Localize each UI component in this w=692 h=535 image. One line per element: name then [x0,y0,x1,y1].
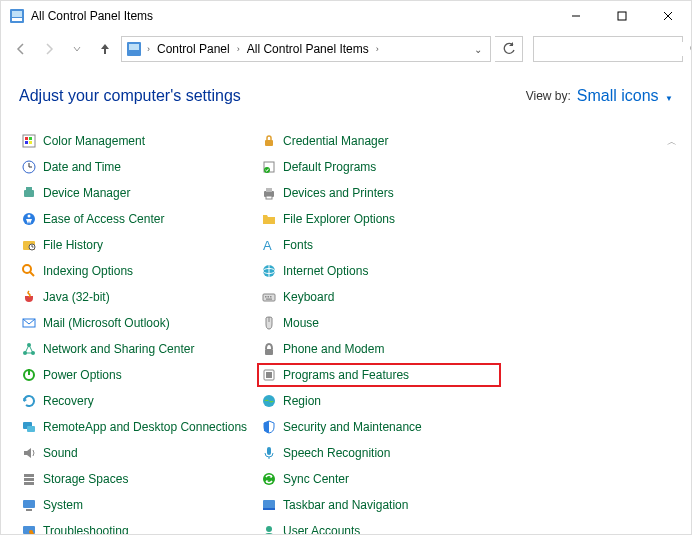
forward-button[interactable] [37,37,61,61]
chevron-right-icon[interactable]: › [144,44,153,54]
control-panel-item[interactable]: AFonts [259,235,499,255]
control-panel-item[interactable]: RemoteApp and Desktop Connections [19,417,259,437]
item-label: Mouse [283,316,319,330]
item-label: Internet Options [283,264,368,278]
control-panel-item[interactable]: Internet Options [259,261,499,281]
control-panel-item[interactable]: Ease of Access Center [19,209,259,229]
item-label: Mail (Microsoft Outlook) [43,316,170,330]
control-panel-item[interactable]: Power Options [19,365,259,385]
view-by-value: Small icons [577,87,659,104]
network-and-sharing-center-icon [21,341,37,357]
item-label: User Accounts [283,524,360,534]
control-panel-item[interactable]: Sync Center [259,469,499,489]
close-button[interactable] [645,1,691,31]
item-label: Default Programs [283,160,376,174]
ease-of-access-center-icon [21,211,37,227]
phone-and-modem-icon [261,341,277,357]
item-label: Date and Time [43,160,121,174]
sound-icon [21,445,37,461]
item-label: Recovery [43,394,94,408]
item-label: File Explorer Options [283,212,395,226]
item-label: Java (32-bit) [43,290,110,304]
control-panel-item[interactable]: Date and Time [19,157,259,177]
security-and-maintenance-icon [261,419,277,435]
address-dropdown-icon[interactable]: ⌄ [470,44,486,55]
item-label: Network and Sharing Center [43,342,194,356]
control-panel-item[interactable]: Mail (Microsoft Outlook) [19,313,259,333]
control-panel-item[interactable]: System [19,495,259,515]
control-panel-item[interactable]: Indexing Options [19,261,259,281]
control-panel-item[interactable]: Device Manager [19,183,259,203]
chevron-down-icon: ▼ [665,94,673,103]
mouse-icon [261,315,277,331]
system-icon [21,497,37,513]
svg-rect-2 [12,18,22,21]
minimize-button[interactable] [553,1,599,31]
svg-rect-39 [26,509,32,511]
control-panel-item[interactable]: Speech Recognition [259,443,499,463]
control-panel-item[interactable]: Default Programs [259,157,499,177]
back-button[interactable] [9,37,33,61]
region-icon [261,393,277,409]
control-panel-item[interactable]: Credential Manager [259,131,499,151]
svg-text:A: A [263,238,272,253]
troubleshooting-icon [21,523,37,534]
devices-and-printers-icon [261,185,277,201]
search-input[interactable] [540,42,690,56]
control-panel-item[interactable]: Programs and Features [259,365,499,385]
chevron-right-icon[interactable]: › [234,44,243,54]
control-panel-item[interactable]: Security and Maintenance [259,417,499,437]
mail-microsoft-outlook--icon [21,315,37,331]
recovery-icon [21,393,37,409]
control-panel-item[interactable]: File Explorer Options [259,209,499,229]
control-panel-item[interactable]: Color Management [19,131,259,151]
device-manager-icon [21,185,37,201]
svg-rect-4 [618,12,626,20]
control-panel-item[interactable]: Troubleshooting [19,521,259,534]
svg-rect-20 [26,187,32,190]
control-panel-item[interactable]: Network and Sharing Center [19,339,259,359]
control-panel-item[interactable]: Mouse [259,313,499,333]
svg-rect-13 [29,137,32,140]
svg-rect-54 [268,296,270,298]
window-controls [553,1,691,31]
control-panel-item[interactable]: Recovery [19,391,259,411]
item-label: Storage Spaces [43,472,128,486]
user-accounts-icon [261,523,277,534]
search-box[interactable] [533,36,683,62]
item-label: Fonts [283,238,313,252]
page-title: Adjust your computer's settings [19,87,526,105]
view-by-dropdown[interactable]: Small icons ▼ [577,87,673,105]
svg-rect-60 [266,372,272,378]
item-label: RemoteApp and Desktop Connections [43,420,247,434]
control-panel-item[interactable]: Storage Spaces [19,469,259,489]
recent-locations-button[interactable] [65,37,89,61]
breadcrumb-control-panel[interactable]: Control Panel [153,42,234,56]
svg-rect-36 [24,478,34,481]
storage-spaces-icon [21,471,37,487]
item-label: Sync Center [283,472,349,486]
control-panel-item[interactable]: Region [259,391,499,411]
control-panel-item[interactable]: Phone and Modem [259,339,499,359]
chevron-right-icon[interactable]: › [373,44,382,54]
control-panel-item[interactable]: Java (32-bit) [19,287,259,307]
item-label: System [43,498,83,512]
item-label: Indexing Options [43,264,133,278]
item-label: Troubleshooting [43,524,129,534]
breadcrumb-all-items[interactable]: All Control Panel Items [243,42,373,56]
maximize-button[interactable] [599,1,645,31]
item-label: Speech Recognition [283,446,390,460]
item-label: Device Manager [43,186,130,200]
control-panel-item[interactable]: Keyboard [259,287,499,307]
control-panel-item[interactable]: Taskbar and Navigation [259,495,499,515]
item-label: Programs and Features [283,368,409,382]
item-label: Ease of Access Center [43,212,164,226]
up-button[interactable] [93,37,117,61]
control-panel-item[interactable]: Devices and Printers [259,183,499,203]
control-panel-item[interactable]: User Accounts [259,521,499,534]
control-panel-item[interactable]: Sound [19,443,259,463]
scroll-up-icon[interactable]: ︿ [665,135,679,149]
address-bar[interactable]: › Control Panel › All Control Panel Item… [121,36,491,62]
control-panel-item[interactable]: File History [19,235,259,255]
refresh-button[interactable] [495,36,523,62]
